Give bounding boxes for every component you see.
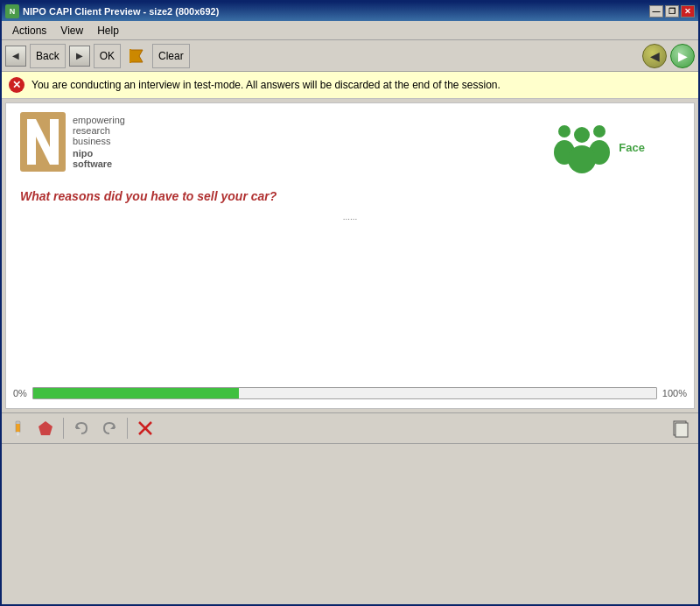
back-arrow[interactable]: ◀ bbox=[5, 46, 26, 67]
tagline: empowering research business bbox=[73, 115, 125, 146]
svg-marker-0 bbox=[130, 50, 143, 62]
app-icon: N bbox=[5, 4, 19, 18]
menu-help[interactable]: Help bbox=[90, 23, 126, 39]
progress-bar-container bbox=[32, 387, 657, 399]
logo-area: empowering research business nipo softwa… bbox=[6, 103, 694, 182]
main-content: empowering research business nipo softwa… bbox=[5, 102, 695, 409]
toolbar-separator-2 bbox=[127, 418, 128, 439]
nav-forward-round-button[interactable]: ▶ bbox=[670, 44, 695, 68]
progress-end-label: 100% bbox=[662, 388, 687, 398]
window-title: NIPO CAPI Client Preview - size2 (800x69… bbox=[23, 6, 219, 17]
bottom-area bbox=[2, 444, 698, 604]
warning-bar: ✕ You are conducting an interview in tes… bbox=[2, 72, 698, 99]
pencil-button[interactable] bbox=[5, 416, 30, 440]
nipo-logo: empowering research business nipo softwa… bbox=[20, 112, 125, 172]
bottom-toolbar bbox=[2, 412, 698, 444]
progress-dots: ...... bbox=[6, 212, 694, 222]
toolbar-separator-1 bbox=[63, 418, 64, 439]
menu-bar: Actions View Help bbox=[2, 21, 698, 40]
menu-view[interactable]: View bbox=[53, 23, 90, 39]
ok-button[interactable]: OK bbox=[94, 44, 121, 68]
progress-area: 0% 100% bbox=[13, 387, 687, 399]
redo-button[interactable] bbox=[97, 416, 122, 440]
undo-button[interactable] bbox=[69, 416, 94, 440]
copy-button[interactable] bbox=[667, 414, 695, 442]
progress-bar-fill bbox=[33, 388, 239, 398]
nipo-n-logo bbox=[20, 112, 66, 172]
minimize-button[interactable]: — bbox=[649, 5, 663, 18]
title-bar: N NIPO CAPI Client Preview - size2 (800x… bbox=[2, 2, 698, 21]
svg-marker-15 bbox=[76, 425, 80, 429]
svg-point-7 bbox=[574, 127, 590, 143]
face-icon-area: Face bbox=[550, 121, 645, 173]
svg-point-3 bbox=[558, 125, 570, 137]
svg-point-5 bbox=[593, 125, 606, 137]
face-label: Face bbox=[619, 141, 645, 154]
svg-point-8 bbox=[568, 145, 596, 173]
delete-button[interactable] bbox=[133, 416, 158, 440]
question-text: What reasons did you have to sell your c… bbox=[6, 182, 694, 210]
progress-start-label: 0% bbox=[13, 388, 27, 398]
svg-rect-20 bbox=[676, 423, 688, 437]
nipo-software-label: nipo software bbox=[73, 148, 125, 169]
menu-actions[interactable]: Actions bbox=[5, 23, 53, 39]
flag-icon[interactable] bbox=[124, 44, 149, 68]
close-button[interactable]: ✕ bbox=[681, 5, 695, 18]
nav-back-round-button[interactable]: ◀ bbox=[642, 44, 667, 68]
back-button[interactable]: Back bbox=[30, 44, 66, 68]
svg-marker-16 bbox=[110, 425, 115, 429]
warning-icon: ✕ bbox=[9, 77, 24, 93]
face-svg-icon bbox=[550, 121, 613, 173]
svg-rect-11 bbox=[16, 421, 20, 424]
warning-message: You are conducting an interview in test-… bbox=[32, 79, 500, 91]
forward-arrow[interactable]: ▶ bbox=[69, 46, 90, 67]
clear-button[interactable]: Clear bbox=[152, 44, 190, 68]
window-controls[interactable]: — ❐ ✕ bbox=[649, 5, 695, 18]
restore-button[interactable]: ❐ bbox=[665, 5, 679, 18]
svg-marker-13 bbox=[38, 421, 52, 435]
svg-rect-1 bbox=[130, 49, 131, 63]
eraser-button[interactable] bbox=[33, 416, 58, 440]
nipo-text: empowering research business nipo softwa… bbox=[73, 115, 125, 169]
main-toolbar: ◀ Back ▶ OK Clear ◀ ▶ bbox=[2, 40, 698, 72]
